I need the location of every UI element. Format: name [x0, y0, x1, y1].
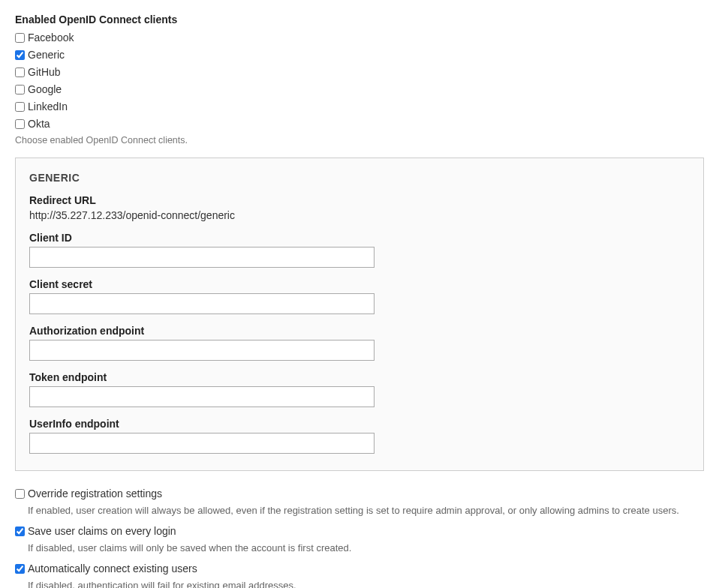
client-row-google: Google: [15, 83, 704, 95]
auto-connect-label[interactable]: Automatically connect existing users: [28, 562, 197, 574]
token-endpoint-label: Token endpoint: [29, 371, 690, 383]
client-secret-input[interactable]: [29, 293, 375, 314]
client-label-generic[interactable]: Generic: [28, 49, 65, 61]
client-row-github: GitHub: [15, 66, 704, 78]
client-checkbox-generic[interactable]: [15, 50, 25, 60]
override-label[interactable]: Override registration settings: [28, 488, 162, 500]
save-claims-label[interactable]: Save user claims on every login: [28, 525, 176, 537]
generic-panel: GENERIC Redirect URL http://35.227.12.23…: [15, 158, 704, 471]
client-id-input[interactable]: [29, 247, 375, 268]
redirect-url-label: Redirect URL: [29, 194, 690, 206]
client-secret-label: Client secret: [29, 278, 690, 290]
token-endpoint-input[interactable]: [29, 386, 375, 407]
override-checkbox[interactable]: [15, 489, 25, 499]
client-label-linkedin[interactable]: LinkedIn: [28, 100, 68, 112]
auto-connect-checkbox[interactable]: [15, 564, 25, 574]
enabled-clients-title: Enabled OpenID Connect clients: [15, 14, 704, 26]
client-checkbox-facebook[interactable]: [15, 33, 25, 43]
auto-connect-help: If disabled, authentication will fail fo…: [28, 580, 704, 588]
client-row-generic: Generic: [15, 49, 704, 61]
client-row-facebook: Facebook: [15, 32, 704, 44]
auth-endpoint-input[interactable]: [29, 340, 375, 361]
client-label-facebook[interactable]: Facebook: [28, 32, 74, 44]
auth-endpoint-label: Authorization endpoint: [29, 325, 690, 337]
panel-title: GENERIC: [29, 172, 690, 184]
save-claims-setting-block: Save user claims on every login If disab…: [15, 525, 704, 554]
userinfo-endpoint-label: UserInfo endpoint: [29, 418, 690, 430]
client-checkbox-google[interactable]: [15, 85, 25, 94]
client-label-google[interactable]: Google: [28, 83, 62, 95]
client-id-label: Client ID: [29, 232, 690, 244]
client-row-linkedin: LinkedIn: [15, 100, 704, 112]
auto-connect-setting-block: Automatically connect existing users If …: [15, 562, 704, 588]
save-claims-checkbox[interactable]: [15, 526, 25, 536]
userinfo-endpoint-input[interactable]: [29, 433, 375, 454]
save-claims-help: If disabled, user claims will only be sa…: [28, 542, 704, 554]
client-checkbox-okta[interactable]: [15, 119, 25, 129]
client-checkbox-linkedin[interactable]: [15, 102, 25, 112]
client-checkbox-github[interactable]: [15, 68, 25, 77]
client-label-okta[interactable]: Okta: [28, 118, 50, 130]
clients-help-text: Choose enabled OpenID Connect clients.: [15, 135, 704, 146]
client-row-okta: Okta: [15, 118, 704, 130]
redirect-url-value: http://35.227.12.233/openid-connect/gene…: [29, 209, 690, 221]
override-help: If enabled, user creation will always be…: [28, 505, 704, 516]
client-label-github[interactable]: GitHub: [28, 66, 61, 78]
override-setting-block: Override registration settings If enable…: [15, 488, 704, 516]
